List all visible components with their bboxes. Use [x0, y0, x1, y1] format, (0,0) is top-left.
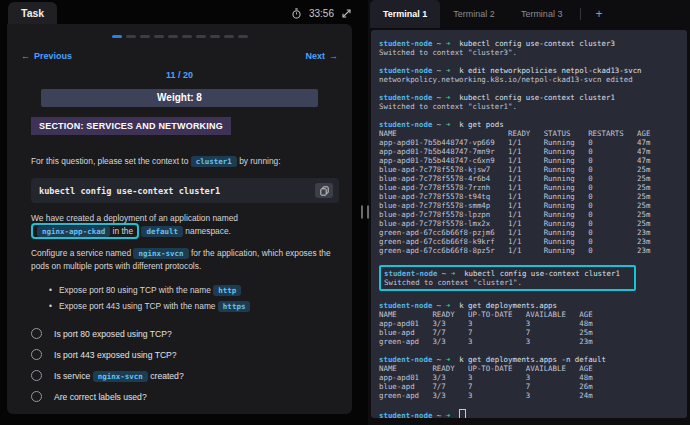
task-panel: ← Previous Next → 11 / 20 Weight: 8 SECT… [7, 24, 352, 414]
terminal-screen[interactable]: student-node ~ ➜ kubectl config use-cont… [371, 30, 687, 418]
terminal-output-line: blue-apd 7/7 7 7 26m [379, 382, 687, 391]
terminal-block: student-node ~ ➜ [379, 409, 687, 418]
arrow-left-icon: ← [21, 51, 30, 61]
terminal-prompt-line: student-node ~ ➜ k edit networkpolicies … [379, 66, 687, 75]
terminal-output-line: Switched to context "cluster1". [379, 102, 687, 111]
tab-separator [580, 8, 581, 20]
bullet-item: Expose port 443 using TCP with the name … [49, 301, 339, 311]
progress-dash [154, 35, 164, 38]
progress-dash [168, 35, 178, 38]
progress-dash [112, 35, 122, 38]
new-terminal-button[interactable]: + [586, 0, 611, 28]
terminal-output-line: blue-apd-7c778f5578-lmx2x 1/1 Running 0 … [379, 219, 687, 228]
terminal-tab[interactable]: Terminal 1 [370, 0, 440, 28]
terminal-container: student-node ~ ➜ kubectl config use-cont… [368, 28, 690, 425]
terminal-output-line: app-apd01 3/3 3 3 48m [379, 373, 687, 382]
check-item: Is port 80 exposed using TCP? [31, 328, 339, 339]
terminal-output-line: NAME READY UP-TO-DATE AVAILABLE AGE [379, 364, 687, 373]
answer-highlight-box: nginx-app-ckad in the [31, 223, 139, 239]
terminal-highlight-block: student-node ~ ➜ kubectl config use-cont… [379, 265, 636, 291]
next-button[interactable]: Next → [305, 51, 338, 61]
terminal-tabbar: Terminal 1Terminal 2Terminal 3+ [368, 0, 690, 28]
terminal-prompt-line: student-node ~ ➜ k get deployments.apps [379, 301, 687, 310]
progress-dash [140, 35, 150, 38]
port-bullet-list: Expose port 80 using TCP with the name h… [49, 285, 339, 311]
code-block: kubectl config use-context cluster1 [31, 178, 339, 203]
terminal-blank-line [379, 84, 687, 93]
check-item-label: Are correct labels used? [54, 392, 147, 402]
terminal-output-line: blue-apd-7c778f5578-4r6b4 1/1 Running 0 … [379, 174, 687, 183]
code-command: kubectl config use-context cluster1 [39, 186, 220, 196]
bullet-item: Expose port 80 using TCP with the name h… [49, 285, 339, 295]
check-circle-icon [31, 391, 42, 402]
terminal-block: student-node ~ ➜ k get deployments.apps … [379, 355, 687, 400]
inline-code-chip: https [218, 301, 251, 312]
terminal-output-line: green-apd 3/3 3 3 23m [379, 337, 687, 346]
intro-paragraph: For this question, please set the contex… [31, 155, 339, 168]
progress-dash [126, 35, 136, 38]
inline-code-chip: nginx-svcn [93, 371, 148, 382]
terminal-cursor [459, 409, 466, 418]
terminal-output-line: green-apd-67cc6b66f8-pzjm6 1/1 Running 0… [379, 228, 687, 237]
timer-value: 33:56 [309, 8, 334, 19]
terminal-output-line: blue-apd-7c778f5578-kjsw7 1/1 Running 0 … [379, 165, 687, 174]
deployment-paragraph: We have created a deployment of an appli… [31, 212, 339, 238]
progress-dash [224, 35, 234, 38]
copy-icon [320, 186, 329, 196]
progress-dash [210, 35, 220, 38]
terminal-blank-line [379, 292, 687, 301]
drag-grip-icon [362, 206, 369, 219]
terminal-blank-line [379, 57, 687, 66]
terminal-output-line: green-apd 3/3 3 3 24m [379, 391, 687, 400]
configure-paragraph: Configure a service named nginx-svcn for… [31, 247, 339, 273]
terminal-output-line: blue-apd-7c778f5578-lpzpn 1/1 Running 0 … [379, 210, 687, 219]
page-indicator: 11 / 20 [7, 70, 352, 80]
terminal-block: student-node ~ ➜ kubectl config use-cont… [379, 93, 687, 111]
panel-resize-handle[interactable] [362, 0, 368, 425]
terminal-prompt-line: student-node ~ ➜ kubectl config use-cont… [384, 269, 620, 278]
terminal-pane: Terminal 1Terminal 2Terminal 3+ student-… [368, 0, 690, 425]
terminal-prompt-line: student-node ~ ➜ kubectl config use-cont… [379, 93, 687, 102]
terminal-output-line: app-apd01 3/3 3 3 48m [379, 319, 687, 328]
terminal-tab[interactable]: Terminal 2 [440, 0, 508, 28]
inline-code-chip: default [141, 226, 183, 237]
question-progress-indicator [7, 35, 352, 38]
terminal-block: student-node ~ ➜ k get podsNAME READY ST… [379, 120, 687, 255]
terminal-prompt-line: student-node ~ ➜ k get deployments.apps … [379, 355, 687, 364]
terminal-prompt-line: student-node ~ ➜ kubectl config use-cont… [379, 39, 687, 48]
app-window: Task 33:56 ← Previous [0, 0, 690, 425]
previous-button[interactable]: ← Previous [21, 51, 72, 61]
check-item: Are correct labels used? [31, 391, 339, 402]
terminal-output-line: Switched to context "cluster3". [379, 48, 687, 57]
fullscreen-icon[interactable] [341, 8, 352, 19]
check-item: Is port 443 exposed using TCP? [31, 349, 339, 360]
check-circle-icon [31, 349, 42, 360]
tab-task[interactable]: Task [8, 2, 57, 24]
task-pane: Task 33:56 ← Previous [0, 0, 362, 425]
terminal-output-line: NAME READY STATUS RESTARTS AGE [379, 129, 687, 138]
inline-code-chip: nginx-svcn [133, 248, 188, 259]
progress-dash [238, 35, 248, 38]
question-nav: ← Previous Next → [7, 51, 352, 61]
terminal-blank-line [379, 346, 687, 355]
terminal-output-line: app-apd01-7b5b448747-7mn9r 1/1 Running 0… [379, 147, 687, 156]
terminal-block: student-node ~ ➜ k edit networkpolicies … [379, 66, 687, 84]
terminal-blank-line [379, 255, 687, 264]
terminal-blank-line [379, 111, 687, 120]
terminal-block: student-node ~ ➜ kubectl config use-cont… [379, 39, 687, 57]
timer: 33:56 [291, 8, 352, 24]
terminal-block: student-node ~ ➜ k get deployments.appsN… [379, 301, 687, 346]
terminal-output-line: blue-apd-7c778f5578-smm4p 1/1 Running 0 … [379, 201, 687, 210]
weight-badge: Weight: 8 [41, 89, 318, 107]
inline-code-chip: nginx-app-ckad [37, 226, 110, 237]
terminal-prompt-line: student-node ~ ➜ k get pods [379, 120, 687, 129]
verification-checklist: Is port 80 exposed using TCP?Is port 443… [31, 328, 339, 402]
terminal-tab[interactable]: Terminal 3 [508, 0, 576, 28]
copy-button[interactable] [315, 183, 333, 198]
progress-dash [182, 35, 192, 38]
terminal-blank-line [379, 400, 687, 409]
terminal-output-line: blue-apd 7/7 7 7 25m [379, 328, 687, 337]
progress-dash [196, 35, 206, 38]
check-item: Is service nginx-svcn created? [31, 370, 339, 381]
terminal-output-line: app-apd01-7b5b448747-vp669 1/1 Running 0… [379, 138, 687, 147]
